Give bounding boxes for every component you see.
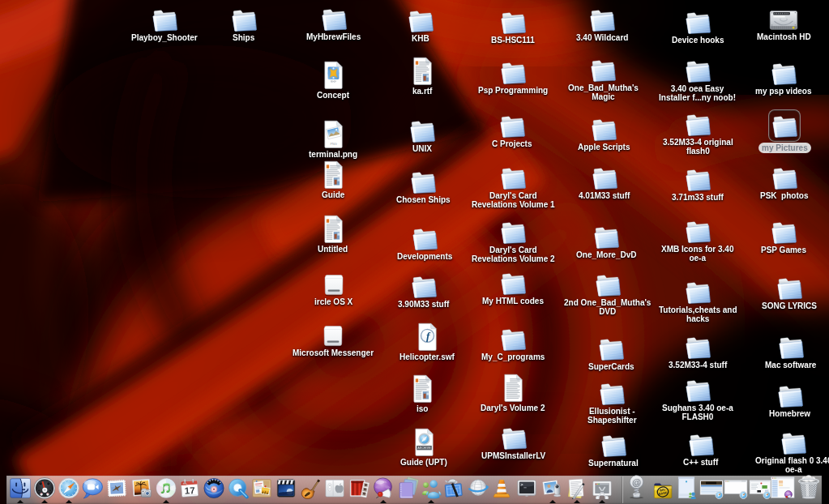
folder-icon xyxy=(771,161,798,190)
desktop-icon-my-pictures[interactable]: my Pictures xyxy=(724,109,829,153)
dock-item-trash-full[interactable] xyxy=(795,475,822,499)
dock-item-itunes[interactable] xyxy=(156,477,177,499)
desktop-icon-label: 3.52M33-4 original flash0 xyxy=(663,138,733,156)
dock-item-image-capture[interactable] xyxy=(542,477,564,499)
dock-item-dvd-player[interactable] xyxy=(203,477,225,499)
doc-rich-icon xyxy=(323,160,344,190)
doc-rich-icon xyxy=(323,215,344,244)
folder-icon xyxy=(499,216,527,245)
folder-icon xyxy=(598,377,626,406)
desktop-icon-label: terminal.png xyxy=(309,150,357,159)
folder-icon xyxy=(684,374,711,403)
dock-item-internet-globe[interactable] xyxy=(468,477,489,499)
desktop-icon-psk-photos[interactable]: PSK photos xyxy=(724,161,829,200)
dock-item-finder[interactable] xyxy=(10,477,32,499)
dock-item-minimized-msn-window[interactable] xyxy=(677,476,697,499)
folder-icon xyxy=(408,114,436,143)
dock-item-ichat[interactable] xyxy=(82,477,104,499)
dock-item-minimized-safari-window-2[interactable] xyxy=(724,480,748,499)
dock-item-minimized-chat-window[interactable] xyxy=(771,476,796,499)
desktop-icon-label: Daryl's Card Revelations Volume 1 xyxy=(472,191,555,209)
folder-icon xyxy=(499,161,527,190)
desktop-icon-my-psp-videos[interactable]: my psp videos xyxy=(723,57,829,96)
folder-icon xyxy=(592,220,620,250)
desktop-icon-label: UNIX xyxy=(412,144,432,153)
desktop-icon-label: Supernatural xyxy=(588,459,639,468)
folder-icon xyxy=(500,421,528,451)
folder-icon xyxy=(151,3,178,32)
desktop-icon-label: ircle OS X xyxy=(314,297,353,306)
desktop-icon-macintosh-hd[interactable]: Macintosh HD xyxy=(723,2,829,41)
hdd-icon xyxy=(768,2,799,32)
dock-item-photo-booth[interactable] xyxy=(348,477,370,499)
desktop-icon-label: SuperCards xyxy=(588,362,635,371)
dock-item-safari[interactable] xyxy=(58,477,80,499)
folder-icon xyxy=(407,4,434,33)
desktop-icon-label: One_Bad_Mutha's Magic xyxy=(568,83,639,101)
doc-rich-icon xyxy=(412,57,434,86)
dock-item-chat-announcer[interactable] xyxy=(373,477,395,499)
dock-item-terminal[interactable]: > xyxy=(516,477,538,499)
dock-item-comic-life[interactable] xyxy=(251,477,273,499)
dock-item-textedit[interactable] xyxy=(566,477,588,499)
dock-item-minimized-safari-window-3[interactable] xyxy=(749,480,771,499)
desktop-icon-label: KHB xyxy=(412,34,429,43)
desktop-icon-label: Guide xyxy=(322,190,344,199)
folder-icon xyxy=(687,428,715,457)
folder-icon xyxy=(770,216,797,245)
folder-icon xyxy=(591,161,618,190)
svg-text:PNG: PNG xyxy=(330,143,336,146)
dock-item-internet-shortcut[interactable]: @ xyxy=(626,475,648,499)
dock-item-xcode[interactable] xyxy=(444,477,466,499)
desktop-icon-label: Tutorials,cheats and hacks xyxy=(659,305,737,323)
running-indicator xyxy=(599,500,605,503)
desktop-icon-label: ka.rtf xyxy=(412,87,432,96)
desktop-icon-label: My HTML codes xyxy=(482,297,544,305)
running-indicator xyxy=(549,500,556,503)
folder-icon xyxy=(684,215,711,244)
dock-item-quicktime-player[interactable] xyxy=(228,477,250,499)
dock-item-imovie-hd[interactable] xyxy=(276,477,297,499)
desktop-icon-label: One_More_DvD xyxy=(576,250,636,259)
desktop-icon-label: 3.90M33 stuff xyxy=(398,300,449,309)
desktop-icon-label: Helicopter.swf xyxy=(400,352,455,361)
running-indicator xyxy=(41,500,48,503)
desktop: Playboy_Shooter Ships MyHbrewFiles RHIFC… xyxy=(0,0,829,504)
svg-text:17: 17 xyxy=(184,485,195,496)
desktop-icon-label: Original flash 0 3.40 oe-a xyxy=(755,456,829,474)
desktop-icon-original-flash-0-3-40-oe-a[interactable]: Original flash 0 3.40 oe-a xyxy=(733,426,829,474)
desktop-icon-label: Psp Programming xyxy=(478,86,548,95)
folder-icon xyxy=(776,271,803,301)
dock-item-vlc[interactable] xyxy=(491,477,513,499)
dock-item-msn-messenger[interactable] xyxy=(421,477,442,499)
folder-icon xyxy=(780,426,807,455)
desktop-icon-label: MyHbrewFiles xyxy=(306,32,361,41)
folder-icon xyxy=(499,6,527,35)
dock-item-notebooks[interactable] xyxy=(397,477,419,499)
dock-item-garageband[interactable] xyxy=(300,477,322,499)
desktop-icon-mac-software[interactable]: Mac software xyxy=(730,331,829,369)
desktop-icons: Playboy_Shooter Ships MyHbrewFiles RHIFC… xyxy=(0,0,829,504)
desktop-icon-song-lyrics[interactable]: SONG LYRICS xyxy=(729,271,829,310)
dock-item-mail[interactable] xyxy=(106,477,128,499)
desktop-icon-label: Device hooks xyxy=(672,36,724,45)
running-indicator xyxy=(17,500,24,503)
dock-item-grab[interactable] xyxy=(592,477,613,499)
desktop-icon-label: Microsoft Messenger xyxy=(293,348,374,357)
folder-icon xyxy=(600,429,627,458)
desktop-icon-label: My_C_programs xyxy=(481,352,545,361)
doc-flash-icon: f xyxy=(417,322,438,352)
dock-item-front-row[interactable] xyxy=(324,477,346,499)
dock-item-big-bang-folder[interactable]: BIG BANG xyxy=(652,477,674,499)
desktop-icon-homebrew[interactable]: Homebrew xyxy=(729,379,829,418)
folder-icon xyxy=(230,3,258,32)
dock-item-ical[interactable]: JUL 17 xyxy=(179,477,201,499)
dock-item-minimized-safari-window-1[interactable] xyxy=(699,480,724,499)
dock-item-iphoto[interactable] xyxy=(131,477,153,499)
desktop-icon-label: UPMSInstallerLV xyxy=(481,451,545,460)
desktop-icon-psp-games[interactable]: PSP Games xyxy=(723,216,829,254)
folder-icon xyxy=(589,53,617,83)
folder-icon xyxy=(768,109,801,142)
desktop-icon-label: Sughans 3.40 oe-a FLASH0 xyxy=(662,404,733,421)
dock-item-dashboard[interactable] xyxy=(34,477,56,499)
